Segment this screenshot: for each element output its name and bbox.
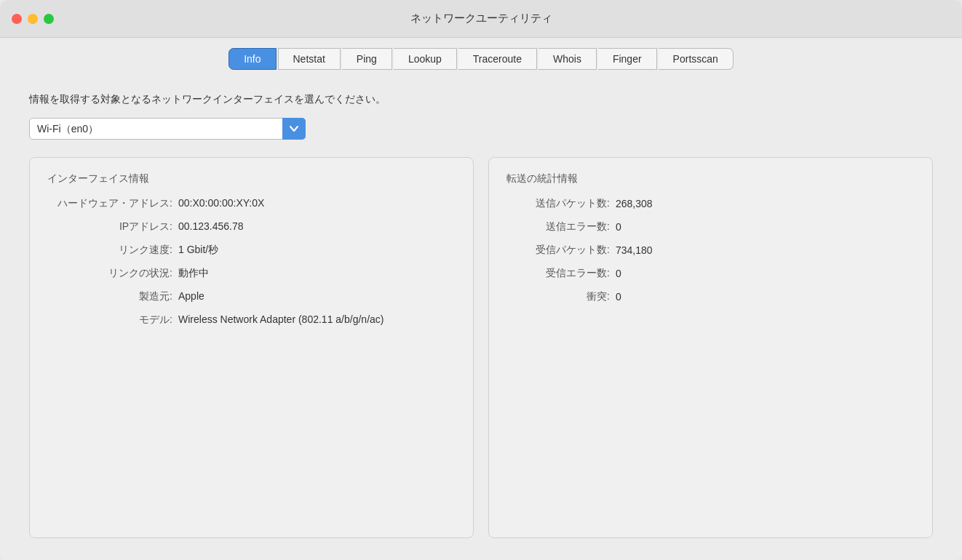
select-wrapper: Wi-Fi（en0）: [29, 118, 306, 140]
stats-value: 0: [616, 291, 621, 303]
tab-netstat[interactable]: Netstat: [278, 48, 341, 70]
transfer-panel-title: 転送の統計情報: [506, 172, 915, 185]
info-label: リンク速度:: [47, 244, 178, 257]
table-row: 製造元:Apple: [47, 290, 456, 303]
stats-label: 送信パケット数:: [506, 197, 616, 210]
tab-finger[interactable]: Finger: [598, 48, 657, 70]
close-button[interactable]: [12, 14, 22, 24]
instructions-text: 情報を取得する対象となるネットワークインターフェイスを選んでください。: [29, 93, 933, 106]
window-title: ネットワークユーティリティ: [410, 12, 552, 25]
info-label: リンクの状況:: [47, 267, 178, 280]
title-bar: ネットワークユーティリティ: [0, 0, 962, 38]
info-label: モデル:: [47, 313, 178, 327]
info-value: 動作中: [178, 267, 209, 280]
info-label: IPアドレス:: [47, 220, 178, 233]
window-controls: [12, 14, 54, 24]
info-value: 00.123.456.78: [178, 220, 244, 232]
stats-label: 衝突:: [506, 290, 616, 303]
info-label: 製造元:: [47, 290, 178, 303]
info-value: 00:X0:00:00:XY:0X: [178, 197, 264, 209]
interface-panel-title: インターフェイス情報: [47, 172, 456, 185]
stats-value: 734,180: [616, 244, 653, 256]
main-content: 情報を取得する対象となるネットワークインターフェイスを選んでください。 Wi-F…: [0, 79, 962, 560]
transfer-panel: 転送の統計情報 送信パケット数:268,308送信エラー数:0受信パケット数:7…: [488, 157, 933, 538]
tab-info[interactable]: Info: [228, 48, 276, 70]
interface-selector-container: Wi-Fi（en0）: [29, 118, 933, 140]
info-value: 1 Gbit/秒: [178, 244, 218, 257]
interface-rows: ハードウェア・アドレス:00:X0:00:00:XY:0XIPアドレス:00.1…: [47, 197, 456, 327]
minimize-button[interactable]: [28, 14, 38, 24]
table-row: ハードウェア・アドレス:00:X0:00:00:XY:0X: [47, 197, 456, 210]
table-row: 衝突:0: [506, 290, 915, 303]
tab-traceroute[interactable]: Traceroute: [458, 48, 537, 70]
info-panels: インターフェイス情報 ハードウェア・アドレス:00:X0:00:00:XY:0X…: [29, 157, 933, 538]
stats-value: 268,308: [616, 198, 653, 209]
main-window: ネットワークユーティリティ InfoNetstatPingLookupTrace…: [0, 0, 962, 560]
table-row: 受信エラー数:0: [506, 267, 915, 280]
stats-value: 0: [616, 268, 621, 279]
tab-ping[interactable]: Ping: [342, 48, 392, 70]
table-row: 送信エラー数:0: [506, 220, 915, 233]
maximize-button[interactable]: [44, 14, 54, 24]
info-label: ハードウェア・アドレス:: [47, 197, 178, 210]
table-row: IPアドレス:00.123.456.78: [47, 220, 456, 233]
tab-whois[interactable]: Whois: [538, 48, 597, 70]
interface-panel: インターフェイス情報 ハードウェア・アドレス:00:X0:00:00:XY:0X…: [29, 157, 474, 538]
stats-label: 送信エラー数:: [506, 220, 616, 233]
table-row: モデル:Wireless Network Adapter (802.11 a/b…: [47, 313, 456, 327]
tab-portsscan[interactable]: Portsscan: [659, 48, 734, 70]
stats-label: 受信パケット数:: [506, 244, 616, 257]
stats-label: 受信エラー数:: [506, 267, 616, 280]
table-row: 送信パケット数:268,308: [506, 197, 915, 210]
stats-value: 0: [616, 221, 621, 233]
tab-lookup[interactable]: Lookup: [394, 48, 457, 70]
table-row: 受信パケット数:734,180: [506, 244, 915, 257]
table-row: リンク速度:1 Gbit/秒: [47, 244, 456, 257]
interface-select[interactable]: Wi-Fi（en0）: [29, 118, 306, 140]
info-value: Apple: [178, 290, 204, 302]
info-value: Wireless Network Adapter (802.11 a/b/g/n…: [178, 313, 383, 325]
table-row: リンクの状況:動作中: [47, 267, 456, 280]
transfer-rows: 送信パケット数:268,308送信エラー数:0受信パケット数:734,180受信…: [506, 197, 915, 303]
tab-bar: InfoNetstatPingLookupTracerouteWhoisFing…: [0, 38, 962, 79]
